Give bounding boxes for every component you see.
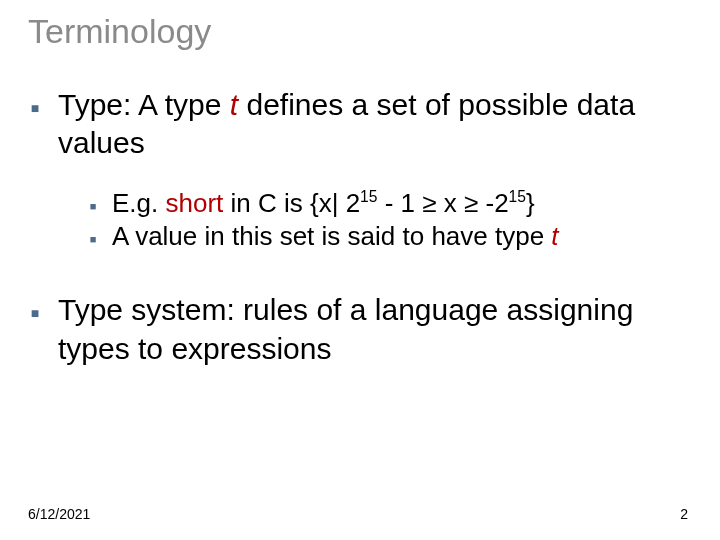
slide: { "title": "Terminology", "b1": { "pre":… <box>0 0 720 540</box>
variable-t: t <box>230 88 238 121</box>
text: A value in this set is said to have type <box>112 221 551 251</box>
superscript: 15 <box>360 188 377 205</box>
text: Type: A type <box>58 88 230 121</box>
square-bullet-icon: ■ <box>28 100 42 118</box>
bullet-2-text: Type system: rules of a language assigni… <box>58 291 700 368</box>
bullet-1b-text: A value in this set is said to have type… <box>112 220 700 253</box>
text: E.g. <box>112 188 165 218</box>
slide-body: ■ Type: A type t defines a set of possib… <box>28 86 700 368</box>
bullet-level2: ■ E.g. short in C is {x| 215 - 1 ≥ x ≥ -… <box>86 187 700 220</box>
keyword-short: short <box>165 188 223 218</box>
footer-date: 6/12/2021 <box>28 506 90 522</box>
footer-page-number: 2 <box>680 506 688 522</box>
bullet-level2: ■ A value in this set is said to have ty… <box>86 220 700 253</box>
text: } <box>526 188 535 218</box>
bullet-level1: ■ Type system: rules of a language assig… <box>28 291 700 368</box>
variable-t: t <box>551 221 558 251</box>
bullet-1a-text: E.g. short in C is {x| 215 - 1 ≥ x ≥ -21… <box>112 187 700 220</box>
bullet-level1: ■ Type: A type t defines a set of possib… <box>28 86 700 163</box>
bullet-1-text: Type: A type t defines a set of possible… <box>58 86 700 163</box>
square-bullet-icon: ■ <box>86 199 100 213</box>
superscript: 15 <box>509 188 526 205</box>
text: - 1 ≥ x ≥ -2 <box>377 188 508 218</box>
text: in C is {x| 2 <box>223 188 360 218</box>
square-bullet-icon: ■ <box>86 232 100 246</box>
slide-title: Terminology <box>28 12 211 51</box>
square-bullet-icon: ■ <box>28 305 42 323</box>
